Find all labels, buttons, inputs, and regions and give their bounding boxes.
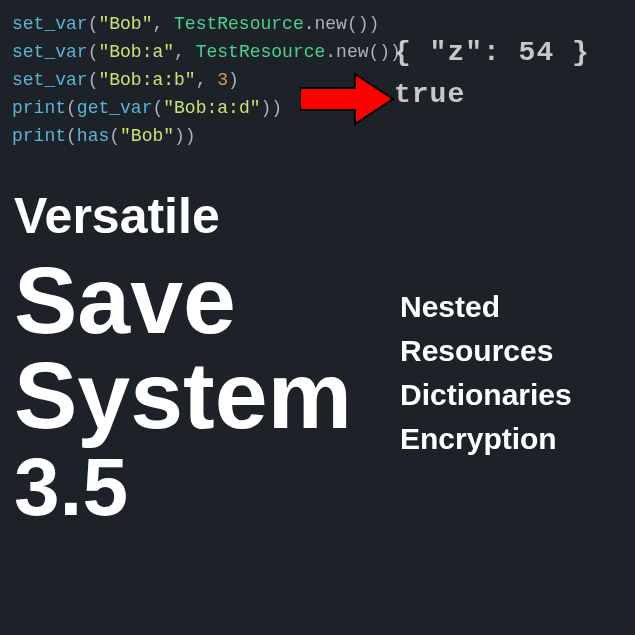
fn-token: print — [12, 126, 66, 146]
paren: ( — [88, 42, 99, 62]
code-line-5: print(has("Bob")) — [12, 122, 623, 150]
title-block: Versatile Save System 3.5 — [14, 190, 352, 530]
feature-encryption: Encryption — [400, 417, 572, 461]
comma: , — [196, 70, 218, 90]
fn-token: print — [12, 98, 66, 118]
fn-token: has — [77, 126, 109, 146]
string-token: "Bob" — [98, 14, 152, 34]
title-version: 3.5 — [14, 444, 352, 530]
string-token: "Bob:a:b" — [98, 70, 195, 90]
arrow-icon — [300, 72, 395, 126]
fn-token: set_var — [12, 14, 88, 34]
comma: , — [174, 42, 196, 62]
feature-resources: Resources — [400, 329, 572, 373]
suffix: .new()) — [304, 14, 380, 34]
paren: ( — [152, 98, 163, 118]
comma: , — [152, 14, 174, 34]
output-block: { "z": 54 } true — [394, 32, 590, 116]
class-token: TestResource — [174, 14, 304, 34]
paren: ( — [109, 126, 120, 146]
suffix: .new()) — [325, 42, 401, 62]
svg-marker-0 — [300, 74, 393, 124]
title-versatile: Versatile — [14, 190, 352, 243]
paren: ( — [88, 14, 99, 34]
feature-list: Nested Resources Dictionaries Encryption — [400, 285, 572, 461]
fn-token: set_var — [12, 42, 88, 62]
string-token: "Bob" — [120, 126, 174, 146]
title-system: System — [14, 346, 352, 446]
paren: )) — [174, 126, 196, 146]
number-token: 3 — [217, 70, 228, 90]
feature-dictionaries: Dictionaries — [400, 373, 572, 417]
output-line-1: { "z": 54 } — [394, 32, 590, 74]
feature-nested: Nested — [400, 285, 572, 329]
paren: ( — [66, 126, 77, 146]
class-token: TestResource — [196, 42, 326, 62]
paren: ) — [228, 70, 239, 90]
paren: ( — [88, 70, 99, 90]
title-save: Save — [14, 251, 352, 351]
string-token: "Bob:a" — [98, 42, 174, 62]
output-line-2: true — [394, 74, 590, 116]
fn-token: set_var — [12, 70, 88, 90]
paren: ( — [66, 98, 77, 118]
fn-token: get_var — [77, 98, 153, 118]
paren: )) — [260, 98, 282, 118]
string-token: "Bob:a:d" — [163, 98, 260, 118]
